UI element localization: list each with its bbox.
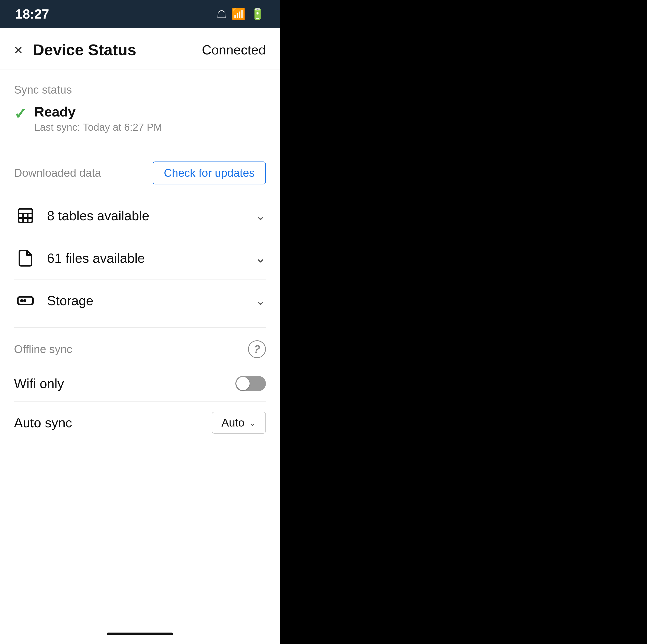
- downloaded-label: Downloaded data: [14, 167, 101, 179]
- toggle-thumb: [236, 377, 249, 390]
- wifi-icon: 📶: [231, 7, 245, 21]
- ready-checkmark-icon: ✓: [14, 105, 27, 123]
- sync-text-block: Ready Last sync: Today at 6:27 PM: [34, 104, 162, 133]
- page-header: × Device Status Connected: [0, 28, 280, 69]
- signal-icon: ☖: [217, 8, 226, 21]
- section-divider-1: [14, 146, 266, 146]
- home-bar: [107, 633, 173, 635]
- storage-label: Storage: [47, 293, 255, 308]
- sync-last-text: Last sync: Today at 6:27 PM: [34, 122, 162, 133]
- tables-label: 8 tables available: [47, 208, 255, 223]
- tables-chevron-icon: ⌄: [255, 208, 266, 223]
- content-area: Sync status ✓ Ready Last sync: Today at …: [0, 69, 280, 624]
- close-button[interactable]: ×: [14, 43, 23, 57]
- files-chevron-icon: ⌄: [255, 251, 266, 265]
- sync-section-label: Sync status: [14, 69, 266, 104]
- tables-icon: [14, 204, 37, 227]
- status-time: 18:27: [15, 6, 49, 22]
- svg-point-6: [21, 300, 22, 301]
- phone-panel: 18:27 ☖ 📶 🔋 × Device Status Connected Sy…: [0, 0, 280, 644]
- auto-sync-select[interactable]: Auto ⌄: [212, 412, 266, 434]
- storage-icon: [14, 289, 37, 312]
- offline-label: Offline sync: [14, 343, 72, 355]
- check-updates-button[interactable]: Check for updates: [153, 162, 266, 184]
- sync-status-section: Sync status ✓ Ready Last sync: Today at …: [14, 69, 266, 143]
- status-icons: ☖ 📶 🔋: [217, 7, 265, 21]
- files-label: 61 files available: [47, 250, 255, 266]
- auto-sync-value: Auto: [221, 416, 244, 429]
- auto-sync-chevron-icon: ⌄: [248, 417, 256, 428]
- files-icon: [14, 247, 37, 269]
- storage-row[interactable]: Storage ⌄: [14, 279, 266, 322]
- connection-status: Connected: [202, 42, 266, 58]
- status-bar: 18:27 ☖ 📶 🔋: [0, 0, 280, 28]
- wifi-only-toggle[interactable]: [235, 376, 266, 391]
- svg-rect-0: [18, 209, 32, 223]
- files-row[interactable]: 61 files available ⌄: [14, 237, 266, 279]
- offline-header: Offline sync ?: [14, 328, 266, 366]
- downloaded-header: Downloaded data Check for updates: [14, 149, 266, 194]
- auto-sync-row: Auto sync Auto ⌄: [14, 402, 266, 444]
- battery-icon: 🔋: [250, 7, 265, 21]
- sync-ready-text: Ready: [34, 104, 162, 119]
- page-title: Device Status: [33, 41, 202, 59]
- storage-chevron-icon: ⌄: [255, 293, 266, 308]
- tables-row[interactable]: 8 tables available ⌄: [14, 194, 266, 237]
- svg-point-7: [24, 300, 25, 301]
- home-indicator: [0, 624, 280, 644]
- sync-status-row: ✓ Ready Last sync: Today at 6:27 PM: [14, 104, 266, 143]
- wifi-only-row: Wifi only: [14, 366, 266, 402]
- downloaded-section: Downloaded data Check for updates 8 tabl…: [14, 149, 266, 322]
- offline-section: Offline sync ? Wifi only Auto sync Auto …: [14, 327, 266, 444]
- wifi-only-label: Wifi only: [14, 376, 64, 391]
- help-icon[interactable]: ?: [248, 340, 266, 358]
- auto-sync-label: Auto sync: [14, 415, 72, 430]
- black-panel: [280, 0, 647, 644]
